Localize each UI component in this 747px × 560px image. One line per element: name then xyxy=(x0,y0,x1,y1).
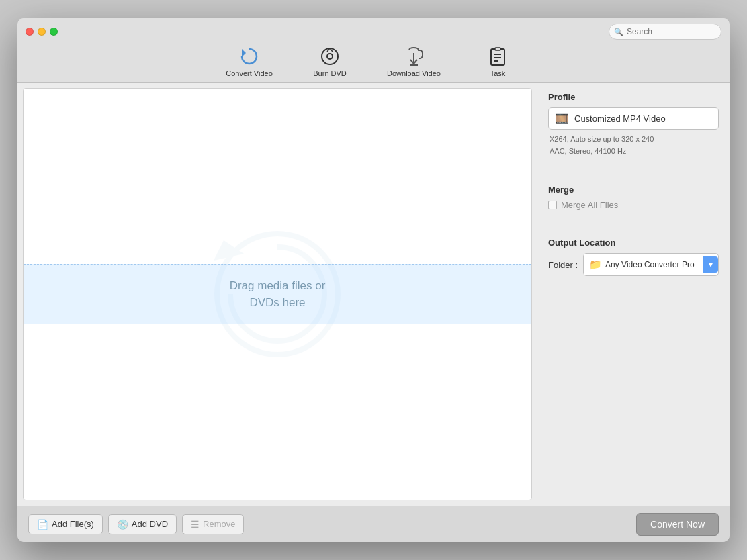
toolbar-label-burn-dvd: Burn DVD xyxy=(313,69,347,77)
merge-section: Merge Merge All Files xyxy=(548,185,719,210)
svg-rect-7 xyxy=(491,49,504,65)
merge-title: Merge xyxy=(548,185,719,195)
toolbar-label-convert-video: Convert Video xyxy=(226,69,273,77)
svg-rect-11 xyxy=(495,48,500,50)
toolbar-item-task[interactable]: Task xyxy=(474,46,521,77)
bottom-bar: 📄 Add File(s) 💿 Add DVD ☰ Remove Convert… xyxy=(17,506,730,542)
traffic-lights xyxy=(26,28,58,36)
folder-name: Any Video Converter Pro xyxy=(605,260,703,269)
add-files-button[interactable]: 📄 Add File(s) xyxy=(28,514,103,534)
remove-icon: ☰ xyxy=(191,519,200,530)
merge-all-files-checkbox[interactable] xyxy=(548,201,557,209)
remove-label: Remove xyxy=(203,519,235,529)
profile-details: X264, Auto size up to 320 x 240 AAC, Ste… xyxy=(548,134,719,157)
svg-point-1 xyxy=(322,48,338,64)
titlebar: 🔍 Convert Video xyxy=(17,18,730,83)
task-icon xyxy=(487,46,509,67)
folder-selector[interactable]: 📁 Any Video Converter Pro ▾ xyxy=(583,253,719,276)
profile-detail-line1: X264, Auto size up to 320 x 240 xyxy=(550,134,719,146)
toolbar: Convert Video Burn DVD xyxy=(17,45,730,82)
drop-text-line1: Drag media files or xyxy=(230,277,326,295)
right-panel: Profile 🎞️ Customized MP4 Video X264, Au… xyxy=(537,83,730,506)
close-button[interactable] xyxy=(26,28,34,36)
download-video-icon xyxy=(403,46,425,67)
profile-icon: 🎞️ xyxy=(556,112,569,125)
remove-button[interactable]: ☰ Remove xyxy=(182,514,244,534)
add-files-label: Add File(s) xyxy=(52,519,94,529)
drop-text-line2: DVDs here xyxy=(230,294,326,312)
profile-detail-line2: AAC, Stereo, 44100 Hz xyxy=(550,146,719,158)
convert-now-button[interactable]: Convert Now xyxy=(636,513,719,536)
divider2 xyxy=(548,224,719,224)
titlebar-top: 🔍 xyxy=(17,18,730,45)
add-dvd-button[interactable]: 💿 Add DVD xyxy=(108,514,177,534)
main-content: Drag media files or DVDs here Profile 🎞️… xyxy=(17,83,730,506)
folder-row: Folder : 📁 Any Video Converter Pro ▾ xyxy=(548,253,719,276)
add-files-icon: 📄 xyxy=(37,519,48,530)
output-section: Output Location Folder : 📁 Any Video Con… xyxy=(548,238,719,276)
drop-area[interactable]: Drag media files or DVDs here xyxy=(23,88,532,500)
merge-checkbox-row: Merge All Files xyxy=(548,200,719,210)
folder-label: Folder : xyxy=(548,260,578,270)
minimize-button[interactable] xyxy=(38,28,46,36)
search-input[interactable] xyxy=(609,24,721,40)
convert-now-label: Convert Now xyxy=(650,519,705,530)
svg-point-2 xyxy=(327,54,333,59)
burn-dvd-icon xyxy=(319,46,341,67)
output-title: Output Location xyxy=(548,238,719,248)
profile-section: Profile 🎞️ Customized MP4 Video X264, Au… xyxy=(548,92,719,157)
add-dvd-label: Add DVD xyxy=(132,519,168,529)
convert-video-icon xyxy=(238,46,260,67)
maximize-button[interactable] xyxy=(50,28,58,36)
search-icon: 🔍 xyxy=(614,28,623,36)
main-window: 🔍 Convert Video xyxy=(17,18,730,542)
svg-marker-0 xyxy=(242,49,246,57)
toolbar-item-download-video[interactable]: Download Video xyxy=(387,46,441,77)
folder-icon: 📁 xyxy=(589,259,602,271)
profile-title: Profile xyxy=(548,92,719,102)
divider1 xyxy=(548,171,719,171)
add-dvd-icon: 💿 xyxy=(117,519,128,530)
search-container: 🔍 xyxy=(609,24,721,40)
drop-text: Drag media files or DVDs here xyxy=(230,277,326,312)
toolbar-label-download-video: Download Video xyxy=(387,69,441,77)
toolbar-item-convert-video[interactable]: Convert Video xyxy=(226,46,273,77)
profile-name: Customized MP4 Video xyxy=(574,113,711,124)
toolbar-item-burn-dvd[interactable]: Burn DVD xyxy=(306,46,353,77)
profile-selector[interactable]: 🎞️ Customized MP4 Video xyxy=(548,107,719,130)
toolbar-label-task: Task xyxy=(490,69,506,77)
merge-all-files-label: Merge All Files xyxy=(561,200,618,210)
folder-dropdown-arrow[interactable]: ▾ xyxy=(703,256,718,273)
